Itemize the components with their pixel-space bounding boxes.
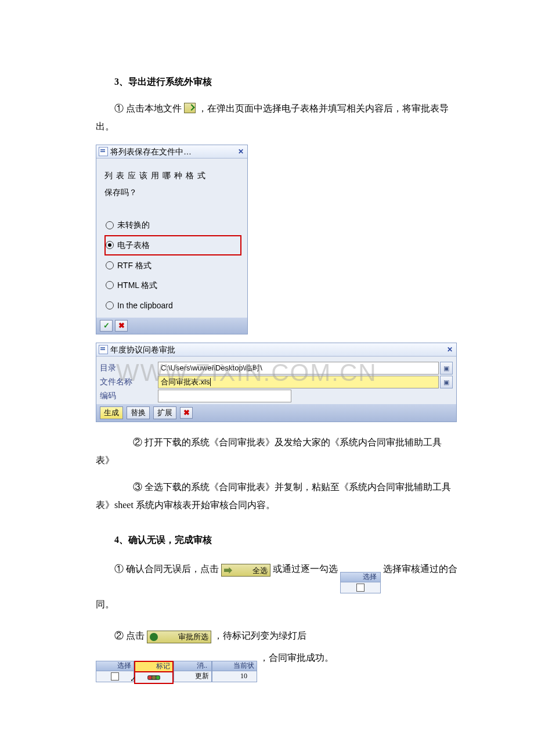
approve-icon [150, 633, 158, 641]
select-column: 选择 [340, 572, 381, 593]
close-icon[interactable]: ✕ [237, 147, 245, 156]
col-mark-hdr: 标记 [134, 661, 174, 672]
dialog2-title: 年度协议问卷审批 [110, 342, 175, 358]
dialog2-titlebar: 年度协议问卷审批 ✕ [96, 343, 456, 357]
radio-html[interactable]: HTML 格式 [104, 275, 241, 296]
select-header: 选择 [340, 572, 381, 582]
save-list-dialog: 将列表保存在文件中… ✕ 列表应该用哪种格式 保存吗？ 未转换的 电子表格 [96, 145, 248, 334]
section3-step1: ① 点击本地文件 ，在弹出页面中选择电子表格并填写相关内容后，将审批表导出。 [96, 100, 459, 135]
step1-prefix: ① 点击本地文件 [114, 103, 182, 113]
radio-clipboard[interactable]: In the clipboard [104, 296, 241, 316]
radio-icon [106, 301, 114, 309]
encoding-label: 编码 [100, 388, 158, 404]
extend-button[interactable]: 扩展 [153, 406, 176, 419]
browse-button[interactable]: ▣ [440, 376, 453, 388]
radio-unconverted[interactable]: 未转换的 [104, 215, 241, 235]
radio-icon [106, 241, 114, 249]
select-all-label: 全选 [234, 561, 268, 579]
s4p2-c: ，合同审批成功。 [259, 653, 334, 663]
approve-selected-button[interactable]: 审批所选 [147, 631, 211, 643]
local-file-icon [184, 103, 196, 113]
radio-label: 电子表格 [117, 237, 150, 253]
select-all-icon [224, 566, 232, 574]
s4p1-b: 或通过逐一勾选 [273, 564, 338, 574]
section3-heading: 3、导出进行系统外审核 [96, 73, 459, 91]
cancel-button[interactable]: ✖ [180, 407, 193, 419]
prompt-line-1: 列表应该用哪种格式 [104, 168, 241, 183]
s4p1-a: ① 确认合同无误后，点击 [114, 564, 219, 574]
prompt-line-2: 保存吗？ [104, 185, 241, 200]
section4-heading: 4、确认无误，完成审核 [96, 531, 459, 549]
radio-icon [106, 261, 114, 269]
select-cell[interactable] [340, 582, 381, 593]
dialog1-title: 将列表保存在文件中… [110, 144, 192, 160]
dir-label: 目录 [100, 361, 158, 376]
col-select-cell[interactable] [96, 671, 134, 682]
close-icon[interactable]: ✕ [446, 345, 454, 354]
col-update-cell: 更新 [174, 671, 212, 682]
browse-button[interactable]: ▣ [440, 362, 453, 375]
checkbox-icon [356, 584, 365, 592]
section4-step1: ① 确认合同无误后，点击 全选 或通过逐一勾选 选择 选择审核通过的合同。 [96, 558, 459, 615]
radio-label: RTF 格式 [117, 258, 151, 273]
dir-input[interactable]: C:\Users\wuwei\Desktop\临时\ [158, 362, 439, 375]
file-save-dialog: 年度协议问卷审批 ✕ 目录 C:\Users\wuwei\Desktop\临时\… [96, 343, 457, 422]
filename-label: 文件名称 [100, 375, 158, 390]
traffic-light-icon [147, 675, 160, 680]
status-strip: 选择 标记 消.. 更新 当前状 10 [96, 661, 257, 684]
section4-step2: ② 点击 审批所选 ，待标记列变为绿灯后 选择 标记 消.. 更新 [96, 625, 459, 684]
cancel-button[interactable]: ✖ [115, 320, 128, 332]
generate-button[interactable]: 生成 [100, 406, 123, 419]
select-all-button[interactable]: 全选 [221, 564, 270, 577]
radio-icon [106, 281, 114, 289]
radio-spreadsheet[interactable]: 电子表格 [104, 235, 241, 255]
radio-label: HTML 格式 [117, 278, 157, 293]
radio-label: In the clipboard [117, 298, 173, 314]
encoding-input[interactable] [158, 390, 291, 402]
col-mark-cell [134, 672, 174, 684]
document-icon [99, 147, 108, 156]
approve-label: 审批所选 [160, 628, 208, 646]
document-icon [99, 345, 108, 354]
checkbox-checked-icon [111, 672, 119, 681]
radio-label: 未转换的 [117, 217, 150, 233]
dialog-titlebar: 将列表保存在文件中… ✕ [96, 145, 247, 159]
radio-icon [106, 221, 114, 229]
filename-input[interactable]: 合同审批表.xls [158, 376, 439, 388]
section3-step2: ② 打开下载的系统《合同审批表》及发给大家的《系统内合同审批辅助工具表》 [96, 434, 459, 469]
col-status-cell: 10 [212, 671, 257, 682]
section3-step3: ③ 全选下载的系统《合同审批表》并复制，粘贴至《系统内合同审批辅助工具表》she… [96, 478, 459, 514]
ok-button[interactable]: ✓ [100, 320, 113, 332]
s4p2-a: ② 点击 [114, 631, 145, 640]
s4p2-b: ，待标记列变为绿灯后 [214, 631, 306, 640]
col-select-hdr: 选择 [96, 661, 134, 671]
radio-rtf[interactable]: RTF 格式 [104, 255, 241, 276]
replace-button[interactable]: 替换 [127, 406, 150, 419]
